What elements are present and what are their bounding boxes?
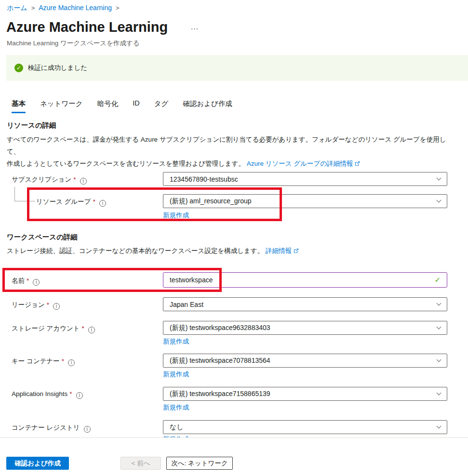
- container-registry-label: コンテナー レジストリ: [12, 423, 91, 433]
- page-title: Azure Machine Learning: [6, 19, 168, 35]
- tab-encryption[interactable]: 暗号化: [97, 99, 119, 113]
- subscription-value: 1234567890-testsubsc: [170, 175, 238, 183]
- resource-details-description: すべてのワークスペースは、課金が発生する Azure サブスクリプションに割り当…: [7, 133, 457, 170]
- success-check-icon: ✓: [14, 64, 23, 72]
- resource-group-value: (新規) aml_resource_group: [170, 197, 252, 206]
- info-icon[interactable]: [84, 426, 91, 433]
- previous-button[interactable]: < 前へ: [120, 457, 161, 470]
- chevron-down-icon: [437, 424, 441, 429]
- key-vault-select[interactable]: (新規) testworkspace7078813564: [163, 354, 447, 368]
- chevron-down-icon: [437, 176, 441, 181]
- info-icon[interactable]: [99, 200, 106, 207]
- tab-review-create[interactable]: 確認および作成: [183, 99, 232, 113]
- workspace-details-description: ストレージ接続、認証、コンテナーなどの基本的なワークスペース設定を構成します。 …: [7, 245, 457, 257]
- tab-identity[interactable]: ID: [133, 99, 140, 113]
- required-asterisk: *: [27, 277, 29, 284]
- key-vault-row: キー コンテナー* (新規) testworkspace7078813564 新…: [0, 354, 468, 368]
- storage-account-value: (新規) testworkspace9632883403: [170, 324, 270, 332]
- external-link-icon: [294, 245, 299, 257]
- region-select[interactable]: Japan East: [163, 297, 447, 311]
- container-registry-select[interactable]: なし: [163, 420, 447, 434]
- breadcrumb-parent-link[interactable]: Azure Machine Learning: [39, 4, 112, 12]
- key-vault-label: キー コンテナー*: [12, 357, 75, 366]
- required-asterisk: *: [62, 357, 64, 365]
- tab-networking[interactable]: ネットワーク: [40, 99, 83, 113]
- resource-description-line2: 作成しようとしているワークスペースを含むリソースを整理および管理します。: [7, 160, 245, 167]
- tab-basics[interactable]: 基本: [12, 99, 26, 113]
- chevron-down-icon: [437, 325, 441, 330]
- resource-group-select[interactable]: (新規) aml_resource_group: [163, 194, 447, 208]
- chevron-down-icon: [437, 357, 441, 362]
- required-asterisk: *: [47, 301, 49, 308]
- required-asterisk: *: [73, 176, 76, 183]
- info-icon[interactable]: [68, 359, 75, 366]
- info-icon[interactable]: [33, 279, 40, 286]
- resource-group-docs-link[interactable]: Azure リソース グループの詳細情報: [247, 160, 360, 167]
- storage-account-row: ストレージ アカウント* (新規) testworkspace963288340…: [0, 321, 468, 335]
- resource-group-create-new-link[interactable]: 新規作成: [163, 211, 189, 220]
- resource-description-line1: すべてのワークスペースは、課金が発生する Azure サブスクリプションに割り当…: [7, 136, 446, 155]
- container-registry-value: なし: [170, 423, 184, 432]
- wizard-tabs: 基本 ネットワーク 暗号化 ID タグ 確認および作成: [12, 99, 232, 113]
- breadcrumb: ホーム>Azure Machine Learning>: [7, 4, 123, 13]
- container-registry-row: コンテナー レジストリ なし 新規作成: [0, 420, 468, 435]
- azure-portal-create-workspace-page: ホーム>Azure Machine Learning> Azure Machin…: [0, 0, 468, 476]
- validation-success-banner: ✓ 検証に成功しました: [6, 55, 468, 81]
- region-label: リージョン*: [12, 301, 60, 310]
- application-insights-value: (新規) testworkspace7158865139: [170, 390, 270, 398]
- storage-account-label: ストレージ アカウント*: [12, 324, 95, 333]
- subscription-row: サブスクリプション* 1234567890-testsubsc: [0, 172, 468, 186]
- next-networking-button[interactable]: 次へ: ネットワーク: [166, 457, 233, 470]
- application-insights-label: Application Insights*: [12, 390, 83, 399]
- review-and-create-button[interactable]: 確認および作成: [6, 457, 69, 470]
- workspace-details-heading: ワークスペースの詳細: [7, 233, 78, 242]
- page-subtitle: Machine Learning ワークスペースを作成する: [7, 39, 140, 48]
- breadcrumb-separator: >: [31, 4, 35, 12]
- workspace-name-value: testworkspace: [170, 276, 213, 284]
- chevron-down-icon: [437, 391, 441, 396]
- chevron-down-icon: [437, 198, 441, 203]
- breadcrumb-separator: >: [116, 4, 120, 12]
- external-link-icon: [355, 158, 360, 170]
- name-label: 名前*: [12, 277, 40, 286]
- required-asterisk: *: [82, 325, 84, 332]
- info-icon[interactable]: [53, 303, 60, 310]
- key-vault-create-new-link[interactable]: 新規作成: [163, 370, 189, 379]
- resource-group-label: リソース グループ*: [36, 198, 106, 207]
- valid-check-icon: ✓: [434, 276, 441, 284]
- required-asterisk: *: [93, 198, 95, 205]
- storage-account-create-new-link[interactable]: 新規作成: [163, 337, 189, 346]
- required-asterisk: *: [69, 390, 72, 397]
- chevron-down-icon: [437, 301, 441, 306]
- info-icon[interactable]: [80, 178, 87, 185]
- info-icon[interactable]: [88, 327, 95, 333]
- resource-group-row: リソース グループ* (新規) aml_resource_group 新規作成: [0, 194, 468, 209]
- resource-details-heading: リソースの詳細: [7, 121, 56, 130]
- more-options-icon[interactable]: …: [190, 22, 200, 32]
- key-vault-value: (新規) testworkspace7078813564: [170, 357, 270, 365]
- region-row: リージョン* Japan East: [0, 297, 468, 312]
- application-insights-row: Application Insights* (新規) testworkspace…: [0, 387, 468, 401]
- subscription-select[interactable]: 1234567890-testsubsc: [163, 172, 447, 186]
- application-insights-select[interactable]: (新規) testworkspace7158865139: [163, 387, 447, 401]
- storage-account-select[interactable]: (新規) testworkspace9632883403: [163, 321, 447, 335]
- workspace-docs-link[interactable]: 詳細情報: [266, 247, 299, 254]
- tab-tags[interactable]: タグ: [154, 99, 169, 113]
- workspace-name-row: 名前* testworkspace ✓: [0, 272, 468, 288]
- wizard-footer: 確認および作成 < 前へ 次へ: ネットワーク: [0, 437, 468, 476]
- info-icon[interactable]: [76, 392, 83, 399]
- workspace-name-input[interactable]: testworkspace ✓: [163, 272, 447, 288]
- subscription-label: サブスクリプション*: [12, 175, 87, 185]
- breadcrumb-home-link[interactable]: ホーム: [7, 4, 27, 12]
- application-insights-create-new-link[interactable]: 新規作成: [163, 403, 189, 412]
- region-value: Japan East: [170, 301, 203, 308]
- validation-success-message: 検証に成功しました: [28, 64, 87, 72]
